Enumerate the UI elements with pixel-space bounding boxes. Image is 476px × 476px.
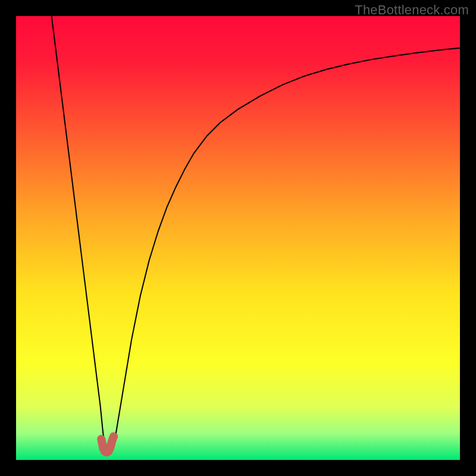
watermark-text: TheBottleneck.com xyxy=(355,2,469,18)
chart-svg xyxy=(16,16,460,460)
chart-background-gradient xyxy=(16,16,460,460)
chart-plot-area xyxy=(16,16,460,460)
